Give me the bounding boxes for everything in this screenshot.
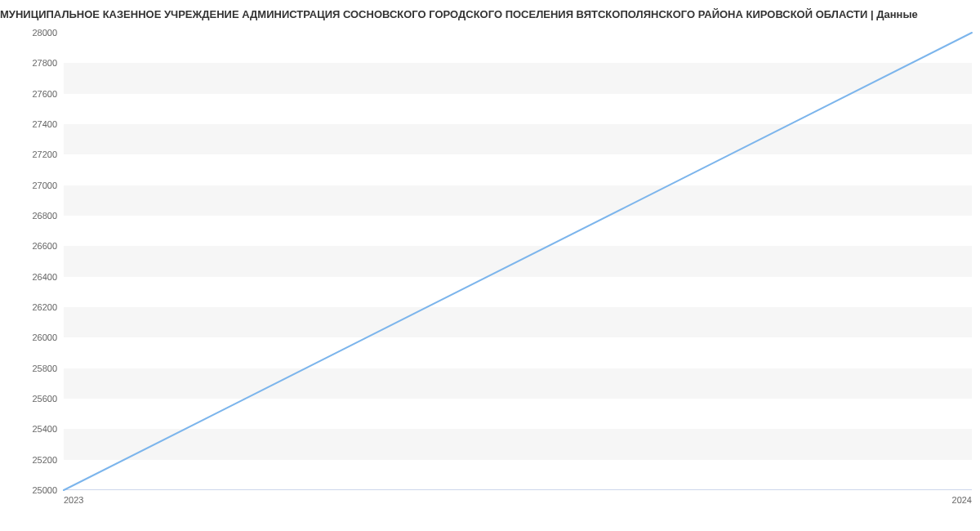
y-tick-label: 26600 bbox=[32, 241, 57, 251]
y-tick-label: 25800 bbox=[32, 364, 57, 373]
line-series bbox=[64, 33, 972, 490]
y-tick-label: 26800 bbox=[32, 211, 57, 221]
chart-container: МУНИЦИПАЛЬНОЕ КАЗЕННОЕ УЧРЕЖДЕНИЕ АДМИНИ… bbox=[0, 0, 980, 531]
y-tick-label: 28000 bbox=[32, 28, 57, 38]
y-tick-label: 25200 bbox=[32, 455, 57, 465]
y-tick-label: 27000 bbox=[32, 181, 57, 190]
x-tick-label: 2023 bbox=[64, 495, 83, 505]
y-tick-label: 27400 bbox=[32, 119, 57, 129]
y-tick-label: 27200 bbox=[32, 149, 57, 159]
y-tick-label: 27800 bbox=[32, 58, 57, 68]
y-tick-label: 25000 bbox=[32, 485, 57, 495]
y-tick-label: 25600 bbox=[32, 394, 57, 404]
plot-area[interactable]: 2500025200254002560025800260002620026400… bbox=[64, 33, 972, 490]
y-tick-label: 26200 bbox=[32, 302, 57, 312]
y-tick-label: 26000 bbox=[32, 332, 57, 342]
chart-title: МУНИЦИПАЛЬНОЕ КАЗЕННОЕ УЧРЕЖДЕНИЕ АДМИНИ… bbox=[0, 0, 980, 20]
y-tick-label: 25400 bbox=[32, 424, 57, 434]
y-tick-label: 26400 bbox=[32, 272, 57, 282]
y-tick-label: 27600 bbox=[32, 89, 57, 99]
x-tick-label: 2024 bbox=[952, 495, 972, 505]
